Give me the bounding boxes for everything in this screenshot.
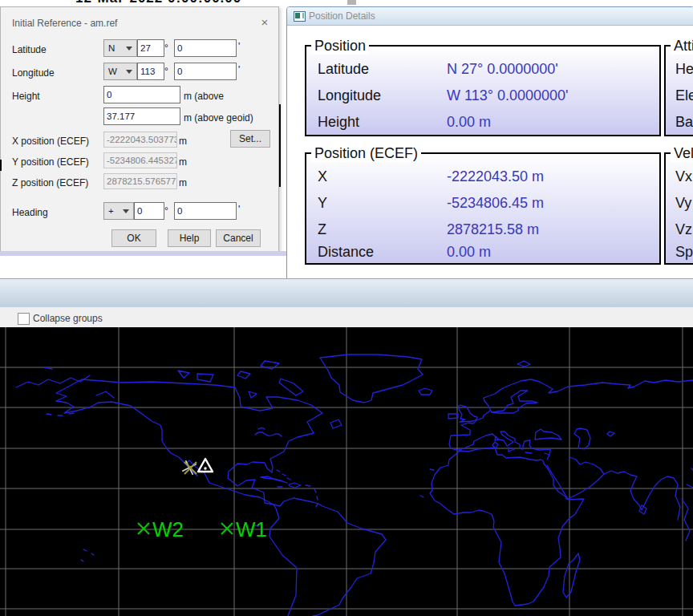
dialog-title: Initial Reference - am.ref	[12, 18, 117, 29]
window-edge-fragment	[0, 251, 289, 256]
toolbar-strip	[0, 278, 693, 308]
vz-row-label: Vz	[675, 221, 692, 237]
z-ecef-value: 2878215.576577	[103, 173, 177, 189]
position-ecef-group: Position (ECEF) X-2222043.50 m Y-5234806…	[305, 152, 661, 265]
initial-reference-dialog: Initial Reference - am.ref × Latitude N …	[0, 6, 279, 252]
velocity-legend: Velocity	[671, 145, 693, 162]
titlebar[interactable]: Position Details	[287, 7, 693, 26]
close-icon[interactable]: ×	[257, 15, 272, 30]
heading-degrees-input[interactable]: 0	[134, 202, 164, 220]
chevron-down-icon	[123, 209, 129, 213]
longitude-hemisphere-dropdown[interactable]: W	[103, 63, 137, 80]
coastlines	[16, 355, 693, 616]
y-ecef-label: Y position (ECEF)	[12, 156, 89, 168]
vehicle-triangle-marker[interactable]	[198, 459, 213, 472]
longitude-row-label: Longitude	[318, 87, 381, 103]
y-ecef-unit: m	[179, 156, 187, 168]
longitude-minutes-input[interactable]: 0	[174, 63, 237, 80]
latitude-hemisphere-dropdown[interactable]: N	[103, 39, 137, 57]
height-geoid-input[interactable]: 37.177	[103, 107, 180, 125]
longitude-degrees-input[interactable]: 113	[137, 63, 164, 80]
position-ecef-legend: Position (ECEF)	[311, 145, 421, 162]
height-input[interactable]: 0	[103, 86, 180, 103]
position-group: Position LatitudeN 27° 0.0000000' Longit…	[305, 45, 661, 136]
bank-row-label: Bank	[675, 114, 693, 130]
distance-row-label: Distance	[318, 244, 374, 260]
collapse-groups-label: Collapse groups	[33, 313, 103, 324]
latitude-row-value: N 27° 0.0000000'	[447, 61, 558, 78]
chevron-down-icon	[126, 47, 132, 51]
help-button[interactable]: Help	[168, 229, 211, 247]
degree-symbol: °	[164, 205, 168, 217]
set-button[interactable]: Set...	[230, 130, 270, 148]
latitude-label: Latitude	[12, 44, 47, 55]
waypoint-w2-label[interactable]: W2	[152, 517, 184, 541]
z-row-label: Z	[318, 221, 326, 237]
waypoint-w1-label[interactable]: W1	[236, 517, 267, 541]
x-row-value: -2222043.50 m	[447, 168, 544, 185]
chevron-down-icon	[126, 70, 132, 74]
window-title: Position Details	[309, 10, 375, 22]
x-ecef-value: -2222043.503773	[103, 132, 177, 148]
degree-symbol: °	[164, 43, 168, 54]
window-icon	[294, 11, 306, 22]
distance-row-value: 0.00 m	[447, 244, 491, 261]
height-label: Height	[12, 91, 40, 102]
minute-symbol: '	[238, 204, 240, 215]
y-row-label: Y	[318, 195, 327, 211]
velocity-group: Velocity Vx Vy Vz Speed	[664, 152, 693, 265]
minute-symbol: '	[238, 41, 240, 52]
speed-row-label: Speed	[675, 244, 693, 260]
minute-symbol: '	[238, 64, 240, 75]
y-row-value: -5234806.45 m	[447, 195, 544, 212]
heading-row-label: Heading	[675, 61, 693, 77]
vy-row-label: Vy	[675, 195, 691, 211]
heading-sign-dropdown[interactable]: +	[103, 202, 134, 220]
x-row-label: X	[318, 168, 327, 184]
latitude-minutes-input[interactable]: 0	[174, 39, 237, 57]
reference-x-marker[interactable]	[184, 462, 197, 474]
attitude-group: Attitude Heading Elevation Bank	[664, 45, 693, 136]
waypoint-w1-marker[interactable]	[221, 523, 233, 534]
longitude-row-value: W 113° 0.0000000'	[447, 87, 568, 104]
longitude-label: Longitude	[12, 67, 55, 79]
height-unit: m (above	[184, 91, 224, 102]
x-ecef-unit: m	[179, 136, 187, 147]
y-ecef-value: -5234806.445327	[103, 152, 177, 168]
heading-label: Heading	[12, 207, 48, 218]
heading-minutes-input[interactable]: 0	[174, 202, 237, 220]
elevation-row-label: Elevation	[675, 87, 693, 103]
cancel-button[interactable]: Cancel	[216, 229, 261, 247]
attitude-legend: Attitude	[671, 38, 693, 55]
checkbox-strip: Collapse groups	[0, 307, 693, 327]
latitude-degrees-input[interactable]: 27	[137, 39, 164, 57]
ok-button[interactable]: OK	[111, 229, 156, 247]
border-fragment	[0, 160, 2, 171]
world-map-view[interactable]: W2 W1	[0, 327, 693, 616]
height-geoid-unit: m (above geoid)	[184, 112, 253, 124]
collapse-groups-checkbox[interactable]	[18, 313, 30, 325]
window-fragment	[347, 0, 356, 5]
waypoint-w2-marker[interactable]	[138, 523, 149, 534]
height-row-label: Height	[318, 114, 359, 130]
position-legend: Position	[311, 38, 369, 55]
border-fragment	[279, 104, 281, 187]
z-row-value: 2878215.58 m	[447, 221, 539, 238]
z-ecef-unit: m	[179, 177, 187, 188]
degree-symbol: °	[164, 66, 168, 77]
map-grid	[0, 327, 693, 616]
height-row-value: 0.00 m	[447, 114, 491, 131]
z-ecef-label: Z position (ECEF)	[12, 177, 88, 188]
x-ecef-label: X position (ECEF)	[12, 136, 89, 147]
vx-row-label: Vx	[675, 168, 692, 184]
latitude-row-label: Latitude	[318, 61, 369, 77]
clipped-datetime: 12-Mar-2022 0:00:00.00	[75, 0, 260, 6]
